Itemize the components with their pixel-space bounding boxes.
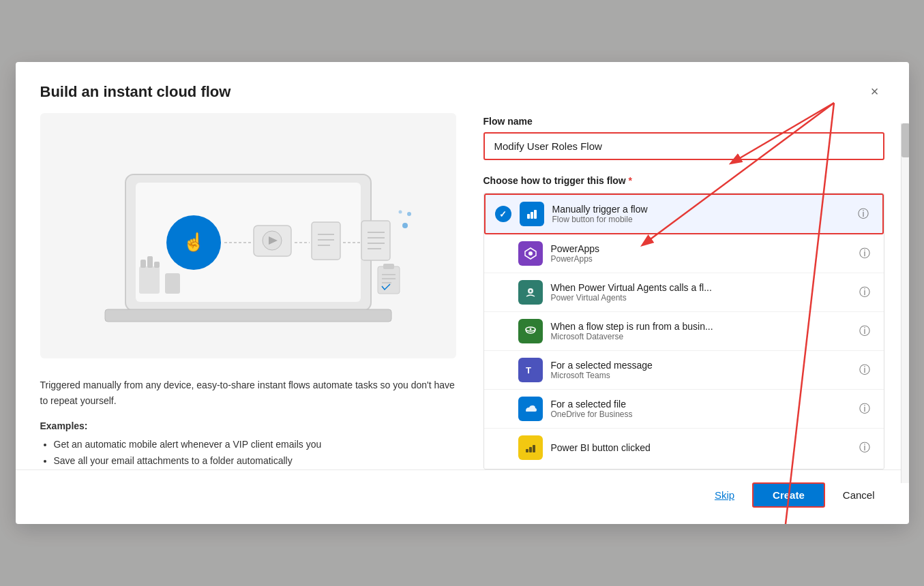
trigger-icon-teams: T	[518, 358, 543, 382]
svg-rect-10	[312, 222, 340, 260]
description-text: Triggered manually from any device, easy…	[40, 377, 456, 408]
examples-list: Get an automatic mobile alert whenever a…	[40, 437, 456, 469]
trigger-icon-pva	[518, 280, 543, 305]
trigger-text-dataverse: When a flow step is run from a busin... …	[551, 321, 855, 341]
scrollbar-thumb[interactable]	[901, 123, 909, 157]
svg-rect-33	[527, 214, 530, 219]
trigger-icon-onedrive	[518, 397, 543, 421]
right-panel: Flow name Choose how to trigger this flo…	[483, 113, 884, 469]
svg-rect-2	[105, 309, 391, 322]
close-button[interactable]: ×	[865, 81, 884, 102]
trigger-item-powerbi[interactable]: Power BI button clicked ⓘ	[484, 429, 884, 467]
svg-rect-25	[140, 260, 146, 268]
svg-rect-23	[139, 266, 160, 294]
illustration-svg: ☝	[85, 134, 412, 338]
trigger-icon-powerbi	[518, 435, 543, 460]
svg-rect-26	[147, 256, 153, 268]
svg-point-39	[529, 290, 531, 292]
trigger-label: Choose how to trigger this flow *	[483, 175, 884, 186]
illustration-area: ☝	[40, 113, 456, 358]
svg-rect-29	[383, 264, 394, 269]
info-button-powerapps[interactable]: ⓘ	[855, 245, 874, 262]
build-flow-dialog: Build an instant cloud flow ×	[16, 62, 909, 523]
svg-rect-34	[531, 212, 533, 219]
trigger-text-powerbi: Power BI button clicked	[551, 442, 855, 453]
trigger-text-onedrive: For a selected file OneDrive for Busines…	[551, 399, 855, 419]
svg-point-22	[398, 211, 402, 214]
trigger-text-pva: When Power Virtual Agents calls a fl... …	[551, 282, 855, 303]
dialog-overlay: Build an instant cloud flow ×	[0, 0, 924, 586]
examples-title: Examples:	[40, 420, 456, 431]
trigger-list: ✓ Manually trigger a flow Flow button fo…	[483, 193, 884, 469]
svg-point-20	[402, 223, 408, 228]
trigger-text-manually: Manually trigger a flow Flow button for …	[552, 204, 854, 224]
required-marker: *	[629, 175, 632, 186]
skip-button[interactable]: Skip	[705, 484, 744, 506]
trigger-text-powerapps: PowerApps PowerApps	[551, 243, 855, 264]
info-button-dataverse[interactable]: ⓘ	[855, 323, 874, 340]
svg-rect-27	[154, 262, 160, 268]
svg-rect-44	[529, 447, 532, 452]
info-button-teams[interactable]: ⓘ	[855, 362, 874, 379]
trigger-icon-manually	[520, 202, 544, 226]
svg-text:☝: ☝	[183, 231, 205, 253]
form-section: Flow name Choose how to trigger this flo…	[483, 113, 884, 193]
flow-name-label: Flow name	[483, 116, 884, 127]
check-circle: ✓	[495, 206, 511, 222]
info-button-powerbi[interactable]: ⓘ	[855, 440, 874, 457]
left-panel: ☝	[40, 113, 456, 469]
svg-point-21	[407, 212, 411, 216]
trigger-icon-powerapps	[518, 241, 543, 266]
cancel-button[interactable]: Cancel	[833, 484, 884, 506]
example-item-2: Save all your email attachments to a fol…	[54, 453, 456, 469]
trigger-item-dataverse[interactable]: When a flow step is run from a busin... …	[484, 312, 884, 351]
create-button[interactable]: Create	[752, 482, 825, 508]
trigger-item-pva[interactable]: When Power Virtual Agents calls a fl... …	[484, 273, 884, 312]
svg-rect-35	[534, 210, 537, 219]
trigger-item-onedrive[interactable]: For a selected file OneDrive for Busines…	[484, 390, 884, 429]
trigger-item-teams[interactable]: T For a selected message Microsoft Teams…	[484, 351, 884, 390]
svg-rect-24	[165, 273, 180, 294]
trigger-item-powerapps[interactable]: PowerApps PowerApps ⓘ	[484, 234, 884, 273]
svg-rect-28	[378, 266, 400, 294]
flow-name-input[interactable]	[483, 132, 884, 160]
example-item-1: Get an automatic mobile alert whenever a…	[54, 437, 456, 453]
trigger-item-manually[interactable]: ✓ Manually trigger a flow Flow button fo…	[484, 194, 884, 234]
dialog-footer: Skip Create Cancel	[16, 469, 909, 524]
scrollbar-track[interactable]	[901, 123, 909, 482]
svg-point-41	[529, 328, 531, 330]
dialog-title: Build an instant cloud flow	[40, 83, 231, 101]
svg-text:T: T	[526, 365, 531, 375]
dialog-body: ☝	[16, 113, 909, 469]
info-button-onedrive[interactable]: ⓘ	[855, 401, 874, 418]
info-button-manually[interactable]: ⓘ	[854, 206, 873, 223]
svg-rect-45	[533, 445, 535, 452]
trigger-text-teams: For a selected message Microsoft Teams	[551, 360, 855, 380]
dialog-header: Build an instant cloud flow ×	[16, 62, 909, 113]
svg-point-37	[528, 251, 533, 256]
svg-rect-15	[361, 221, 390, 260]
info-button-pva[interactable]: ⓘ	[855, 284, 874, 301]
svg-rect-43	[526, 449, 528, 452]
trigger-icon-dataverse	[518, 319, 543, 343]
